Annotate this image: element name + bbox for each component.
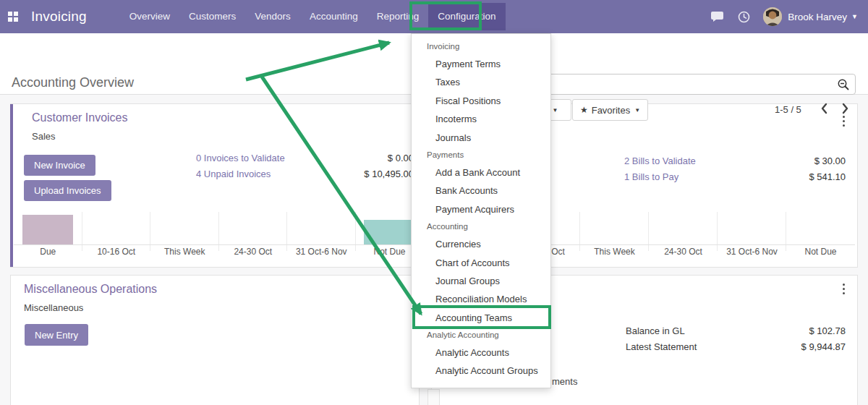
partial-chart-bar [427,389,440,405]
chart-bar-not-due[interactable] [364,220,414,244]
bills-to-pay-amount: $ 541.10 [809,171,846,182]
bank-stats: Balance in GL $ 102.78 Latest Statement … [626,323,846,354]
stat-row: 0 Invoices to Validate $ 0.00 [196,150,414,166]
menu-item-add-a-bank-account[interactable]: Add a Bank Account [412,163,550,182]
menu-item-reconciliation-models[interactable]: Reconciliation Models [412,290,550,308]
menu-item-journals[interactable]: Journals [412,129,550,147]
x-label: Due [14,247,82,257]
bills-to-validate-link[interactable]: 2 Bills to Validate [624,155,696,166]
menu-item-fiscal-positions[interactable]: Fiscal Positions [412,92,550,110]
user-menu-caret-icon[interactable]: ▼ [851,13,858,20]
x-label: 24-30 Oct [219,247,288,257]
caret-down-icon: ▼ [553,107,558,114]
card-title-customer-invoices[interactable]: Customer Invoices [32,111,128,124]
favorites-button[interactable]: ★Favorites▼ [572,99,648,121]
new-invoice-button[interactable]: New Invoice [24,155,95,176]
bills-to-validate-amount: $ 30.00 [814,155,846,166]
nav-item-overview[interactable]: Overview [120,3,179,30]
invoices-to-validate-link[interactable]: 0 Invoices to Validate [196,153,285,163]
chart-x-labels: Due 10-16 Oct This Week 24-30 Oct 31 Oct… [14,247,424,257]
x-label: Not Due [786,247,855,257]
unpaid-invoices-amount: $ 10,495.00 [364,169,414,179]
top-navbar: Invoicing Overview Customers Vendors Acc… [0,0,868,33]
invoicing-dashboard-app: Invoicing Overview Customers Vendors Acc… [0,0,868,405]
stat-row: 1 Bills to Pay $ 541.10 [624,169,846,184]
menu-item-chart-of-accounts[interactable]: Chart of Accounts [412,254,550,272]
x-label: This Week [150,247,219,257]
nav-item-reporting[interactable]: Reporting [367,3,429,30]
nav-menu: Overview Customers Vendors Accounting Re… [120,0,506,33]
balance-in-gl-link[interactable]: Balance in GL [626,325,685,336]
x-label: 10-16 Oct [82,247,151,257]
page-title: Accounting Overview [12,75,134,90]
card-kebab-menu-icon[interactable] [843,284,846,294]
nav-item-vendors[interactable]: Vendors [245,3,300,30]
x-label: This Week [580,247,649,257]
stat-row: Balance in GL $ 102.78 [626,323,846,338]
stat-row: 4 Unpaid Invoices $ 10,495.00 [196,166,414,182]
menu-section-invoicing: Invoicing [412,38,550,55]
invoices-to-validate-amount: $ 0.00 [388,153,414,163]
star-icon: ★ [580,105,588,115]
nav-right-section: Brook Harvey ▼ [711,0,868,33]
pager-next-button[interactable] [840,103,850,117]
menu-item-bank-accounts[interactable]: Bank Accounts [412,182,550,200]
menu-item-payment-terms[interactable]: Payment Terms [412,55,550,73]
messages-icon[interactable] [711,11,725,22]
bills-stats: 2 Bills to Validate $ 30.00 1 Bills to P… [624,153,846,184]
menu-section-payments: Payments [412,147,550,163]
stat-row: Latest Statement $ 9,944.87 [626,338,846,354]
menu-section-accounting: Accounting [412,218,550,235]
card-kebab-menu-icon[interactable] [843,116,846,127]
card-accent-stripe [10,104,13,267]
card-subtitle-sales: Sales [32,131,56,142]
pager-previous-button[interactable] [820,103,830,117]
menu-item-journal-groups[interactable]: Journal Groups [412,272,550,290]
chart-bar-due[interactable] [22,215,73,244]
nav-item-customers[interactable]: Customers [179,3,245,30]
menu-item-payment-acquirers[interactable]: Payment Acquirers [412,200,550,218]
card-customer-invoices: Customer Invoices Sales New Invoice Uplo… [10,103,420,268]
pager-count: 1-5 / 5 [775,104,801,115]
app-brand[interactable]: Invoicing [31,9,87,25]
menu-item-analytic-account-groups[interactable]: Analytic Account Groups [412,362,550,380]
x-label: 31 Oct-6 Nov [718,247,786,257]
latest-statement-amount: $ 9,944.87 [801,341,846,352]
truncated-text-fragment: ments [552,376,577,387]
menu-item-currencies[interactable]: Currencies [412,235,550,253]
menu-item-analytic-accounts[interactable]: Analytic Accounts [412,344,550,362]
chart-baseline [14,244,424,245]
menu-item-incoterms[interactable]: Incoterms [412,110,550,128]
invoices-mini-bar-chart: Due 10-16 Oct This Week 24-30 Oct 31 Oct… [14,212,424,260]
search-icon [837,78,850,91]
bills-to-pay-link[interactable]: 1 Bills to Pay [624,171,678,182]
card-title-misc-operations[interactable]: Miscellaneous Operations [24,283,157,296]
invoice-stats: 0 Invoices to Validate $ 0.00 4 Unpaid I… [196,150,414,182]
nav-item-configuration[interactable]: Configuration [428,3,505,30]
stat-row: 2 Bills to Validate $ 30.00 [624,153,846,169]
x-label: 24-30 Oct [649,247,718,257]
user-name[interactable]: Brook Harvey [788,12,847,22]
x-label: 31 Oct-6 Nov [287,247,356,257]
activities-clock-icon[interactable] [738,11,750,23]
card-subtitle-miscellaneous: Miscellaneous [24,302,83,313]
menu-section-analytic-accounting: Analytic Accounting [412,327,550,344]
nav-item-accounting[interactable]: Accounting [300,3,367,30]
apps-grid-icon[interactable] [8,12,18,22]
menu-item-taxes[interactable]: Taxes [412,73,550,91]
latest-statement-link[interactable]: Latest Statement [626,341,697,352]
balance-in-gl-amount: $ 102.78 [809,325,846,336]
user-avatar[interactable] [763,7,782,26]
new-entry-button[interactable]: New Entry [25,324,88,346]
unpaid-invoices-link[interactable]: 4 Unpaid Invoices [196,169,271,179]
menu-item-accounting-teams[interactable]: Accounting Teams [412,309,550,327]
configuration-dropdown-menu: Invoicing Payment Terms Taxes Fiscal Pos… [411,33,551,388]
upload-invoices-button[interactable]: Upload Invoices [24,180,111,201]
caret-down-icon: ▼ [634,107,640,114]
card-miscellaneous-operations: Miscellaneous Operations Miscellaneous N… [10,275,420,405]
